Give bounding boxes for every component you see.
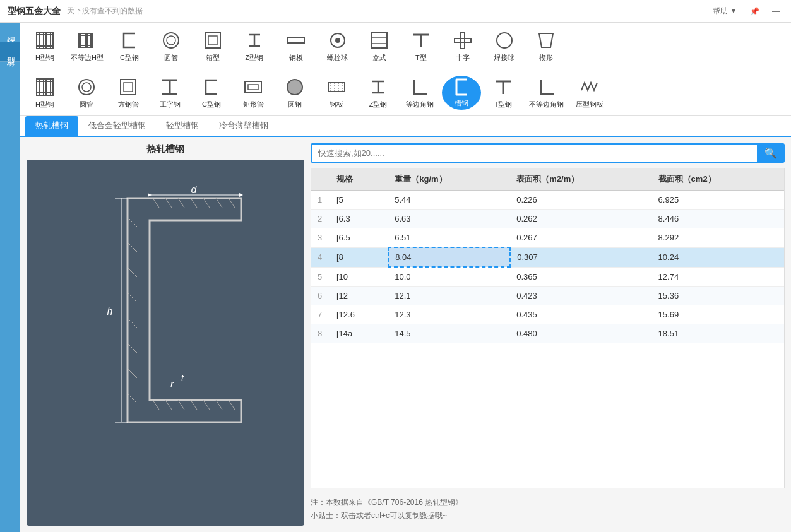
- toolbar-h-beam[interactable]: H型钢: [25, 27, 64, 65]
- toolbar-z-welding[interactable]: Z型钢: [235, 27, 274, 65]
- toolbar-c-section[interactable]: C型钢: [192, 73, 231, 112]
- svg-rect-17: [372, 33, 387, 48]
- notes: 注：本数据来自《GB/T 706-2016 热轧型钢》 小贴士：双击或者ctrl…: [311, 494, 785, 526]
- cell-area: 10.24: [652, 247, 784, 267]
- cell-area: 8.292: [652, 228, 784, 248]
- content-area: H型钢 不等边H型 C型钢: [20, 23, 791, 532]
- round-tube-w-icon: [160, 29, 182, 52]
- toolbar-cross[interactable]: 十字: [443, 27, 482, 65]
- toolbar-round-tube-w[interactable]: 圆管: [152, 27, 191, 65]
- t-section-label: T型钢: [494, 100, 513, 109]
- toolbar-equal-angle[interactable]: 等边角钢: [400, 73, 439, 112]
- table-row[interactable]: 1[55.440.2266.925: [311, 191, 784, 210]
- trapezoid-icon: [535, 29, 557, 52]
- toolbar-square-tube[interactable]: 方钢管: [109, 73, 148, 112]
- svg-point-40: [287, 80, 302, 95]
- square-tube-label: 方钢管: [118, 100, 139, 109]
- search-input[interactable]: [311, 143, 757, 163]
- toolbar-channel[interactable]: 槽钢: [442, 76, 481, 110]
- toolbar-bolt-ball[interactable]: 螺栓球: [318, 27, 357, 65]
- channel-icon: [450, 77, 473, 97]
- toolbar-weld-ball[interactable]: 焊接球: [485, 27, 524, 65]
- box-style-icon: [368, 29, 391, 52]
- toolbar-trapezoid[interactable]: 楔形: [526, 27, 566, 65]
- cell-spec: [12: [330, 287, 388, 305]
- search-button[interactable]: 🔍: [757, 143, 785, 163]
- rect-tube-icon: [242, 76, 265, 98]
- help-button[interactable]: 帮助 ▼: [709, 4, 741, 18]
- diagram-panel: 热轧槽钢: [27, 143, 304, 526]
- toolbar-round-section[interactable]: 圆管: [67, 73, 106, 112]
- toolbar-round-steel[interactable]: 圆钢: [275, 73, 314, 112]
- toolbar-t-welding[interactable]: T型: [401, 27, 441, 65]
- table-row[interactable]: 6[1212.10.42315.36: [311, 287, 784, 305]
- close-button[interactable]: —: [768, 6, 783, 17]
- sidebar-tab-section[interactable]: 型材: [0, 42, 20, 62]
- unequal-angle-label: 不等边角钢: [529, 100, 564, 109]
- toolbar-press-plate[interactable]: 压型钢板: [570, 73, 609, 112]
- table-row[interactable]: 2[6.36.630.2628.446: [311, 210, 784, 228]
- z-welding-icon: [243, 29, 266, 52]
- z-welding-label: Z型钢: [246, 53, 264, 62]
- toolbar-unequal-h[interactable]: 不等边H型: [67, 27, 107, 65]
- sub-tab-low-alloy[interactable]: 低合金轻型槽钢: [78, 116, 156, 137]
- toolbar-t-section[interactable]: T型钢: [484, 73, 523, 112]
- cell-num: 8: [311, 324, 330, 343]
- box-style-label: 盒式: [372, 53, 386, 62]
- round-steel-icon: [283, 76, 306, 98]
- sub-tabs: 热轧槽钢 低合金轻型槽钢 轻型槽钢 冷弯薄壁槽钢: [20, 116, 791, 137]
- svg-point-31: [79, 80, 94, 95]
- data-table-wrapper[interactable]: 规格 重量（kg/m） 表面积（m2/m） 截面积（cm2） 1[55.440.…: [311, 168, 785, 488]
- toolbar-i-beam[interactable]: 工字钢: [150, 73, 189, 112]
- cell-surface: 0.435: [510, 305, 651, 324]
- toolbar-z-section[interactable]: Z型钢: [359, 73, 398, 112]
- note-line1: 注：本数据来自《GB/T 706-2016 热轧型钢》: [311, 496, 785, 510]
- cell-spec: [8: [330, 247, 388, 267]
- pin-button[interactable]: 📌: [746, 6, 763, 17]
- cell-weight: 8.04: [388, 247, 510, 267]
- cell-num: 4: [311, 247, 330, 267]
- toolbar-plate-section[interactable]: 钢板: [317, 73, 356, 112]
- toolbar-rect-tube[interactable]: 矩形管: [234, 73, 273, 112]
- i-beam-label: 工字钢: [160, 100, 181, 109]
- svg-point-10: [164, 33, 179, 48]
- cell-area: 15.36: [652, 287, 784, 305]
- cell-area: 8.446: [652, 210, 784, 228]
- round-section-label: 圆管: [80, 100, 93, 109]
- table-row[interactable]: 4[88.040.30710.24: [311, 247, 784, 267]
- cross-label: 十字: [456, 53, 470, 62]
- equal-angle-label: 等边角钢: [406, 100, 434, 109]
- toolbar-h-section[interactable]: H型钢: [25, 73, 64, 112]
- table-row[interactable]: 3[6.56.510.2678.292: [311, 228, 784, 248]
- equal-angle-icon: [408, 76, 431, 98]
- cell-num: 2: [311, 210, 330, 228]
- svg-rect-41: [328, 83, 345, 92]
- table-row[interactable]: 8[14a14.50.48018.51: [311, 324, 784, 343]
- svg-rect-38: [245, 81, 261, 93]
- cell-surface: 0.262: [510, 210, 651, 228]
- toolbar-box-w[interactable]: 箱型: [193, 27, 232, 65]
- round-section-icon: [75, 76, 98, 98]
- unequal-h-icon: [76, 29, 98, 52]
- cell-area: 18.51: [652, 324, 784, 343]
- svg-rect-22: [461, 32, 465, 49]
- toolbar-plate-w[interactable]: 钢板: [277, 27, 316, 65]
- h-beam-label: H型钢: [35, 53, 54, 62]
- table-row[interactable]: 5[1010.00.36512.74: [311, 267, 784, 287]
- sidebar-tab-welding[interactable]: 焊接: [0, 23, 20, 42]
- z-section-label: Z型钢: [369, 100, 388, 109]
- toolbar-c-welding[interactable]: C型钢: [110, 27, 149, 65]
- svg-marker-25: [539, 33, 553, 47]
- welding-toolbar-row: H型钢 不等边H型 C型钢: [25, 27, 786, 65]
- sub-tab-cold-bent[interactable]: 冷弯薄壁槽钢: [209, 116, 278, 137]
- cell-area: 12.74: [652, 267, 784, 287]
- cell-spec: [12.6: [330, 305, 388, 324]
- table-row[interactable]: 7[12.612.30.43515.69: [311, 305, 784, 324]
- sub-tab-hot-rolled[interactable]: 热轧槽钢: [25, 116, 78, 137]
- toolbar-unequal-angle[interactable]: 不等边角钢: [525, 73, 568, 112]
- title-bar-right: 帮助 ▼ 📌 —: [709, 4, 783, 18]
- t-welding-icon: [410, 29, 432, 52]
- sub-tab-light[interactable]: 轻型槽钢: [156, 116, 209, 137]
- cell-spec: [6.5: [330, 228, 388, 248]
- toolbar-box-style[interactable]: 盒式: [360, 27, 399, 65]
